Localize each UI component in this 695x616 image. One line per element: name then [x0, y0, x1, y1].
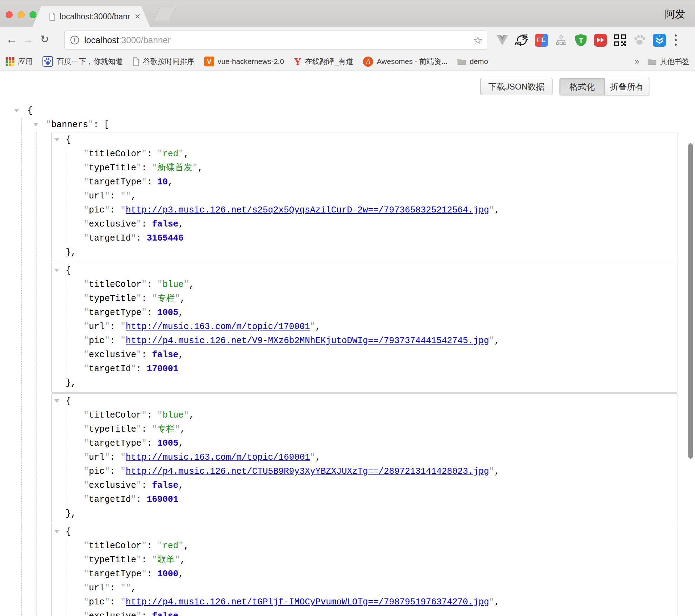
page-info-icon[interactable] — [70, 35, 80, 45]
json-colon: : — [147, 438, 157, 448]
collapse-triangle[interactable] — [54, 269, 59, 272]
json-quote: " — [131, 364, 136, 374]
tampermonkey-extension-icon[interactable]: T — [574, 34, 587, 47]
bookmark-baidu[interactable]: 百度一下，你就知道 — [42, 56, 123, 67]
json-brace: { — [66, 396, 71, 406]
json-number-value: 10 — [157, 177, 168, 187]
json-string-value: 专栏 — [157, 424, 175, 434]
bookmarks-bar: 应用 百度一下，你就知道 谷歌按时间排序 V vue-hackernews-2.… — [0, 53, 695, 71]
json-link[interactable]: http://p3.music.126.net/s25q2x5QyqsAzilC… — [126, 205, 489, 215]
json-link[interactable]: http://p4.music.126.net/tGPljf-IMOCyPvum… — [126, 597, 489, 607]
zoom-window-button[interactable] — [29, 11, 37, 18]
minimize-window-button[interactable] — [18, 11, 25, 18]
url-text[interactable]: localhost:3000/banner — [84, 35, 171, 45]
json-object-close-row: }, — [52, 245, 677, 260]
json-quote: " — [141, 308, 147, 318]
json-quote: " — [105, 597, 110, 607]
json-field-row: "url": "http://music.163.com/m/topic/169… — [65, 451, 677, 465]
json-key: pic — [89, 336, 105, 346]
json-key: typeTitle — [89, 294, 136, 304]
json-brace: { — [66, 266, 71, 276]
json-quote: " — [489, 336, 494, 346]
json-colon: : — [110, 452, 120, 463]
browser-tab[interactable]: localhost:3000/banner × — [32, 6, 150, 27]
json-quote: " — [152, 424, 157, 434]
json-quote: " — [120, 583, 126, 593]
json-link[interactable]: http://music.163.com/m/topic/170001 — [126, 322, 310, 332]
json-quote: " — [184, 410, 189, 420]
json-comma: , — [131, 191, 136, 201]
back-button[interactable]: ← — [4, 32, 19, 47]
close-window-button[interactable] — [6, 11, 13, 18]
json-field-row: "titleColor": "blue", — [65, 278, 677, 292]
json-quote: " — [84, 336, 89, 346]
json-quote: " — [105, 336, 110, 346]
json-colon: : — [147, 308, 157, 318]
new-tab-button[interactable] — [153, 8, 176, 20]
json-string-value: red — [163, 541, 178, 551]
bookmark-awesomes[interactable]: A Awesomes - 前端资... — [363, 57, 448, 67]
json-quote: " — [152, 294, 157, 304]
translate-source-glyph: en — [515, 40, 522, 47]
sitemap-extension-icon[interactable] — [555, 34, 568, 47]
json-link[interactable]: http://p4.music.126.net/V9-MXz6b2MNhEKju… — [126, 336, 489, 346]
collapse-triangle[interactable] — [54, 138, 59, 142]
tab-close-icon[interactable]: × — [135, 12, 140, 21]
collapse-triangle[interactable] — [54, 399, 59, 403]
scrollbar-thumb[interactable] — [688, 143, 693, 459]
video-fastforward-extension-icon[interactable] — [594, 34, 607, 47]
json-string-value: blue — [163, 280, 184, 290]
json-field-row: "targetType": 10, — [65, 175, 677, 189]
collapse-all-button[interactable]: 折叠所有 — [604, 78, 649, 95]
vue-v-icon: V — [204, 57, 214, 66]
json-key: pic — [89, 466, 105, 477]
json-key: exclusive — [89, 611, 136, 616]
json-quote: " — [84, 494, 89, 505]
json-brace: }, — [66, 378, 76, 388]
browser-menu-icon[interactable] — [675, 34, 677, 46]
json-field-row: "exclusive": false, — [65, 609, 677, 616]
bookmark-apps[interactable]: 应用 — [6, 57, 33, 66]
json-quote: " — [157, 410, 163, 420]
apps-grid-icon — [6, 57, 14, 66]
bookmark-google-sort[interactable]: 谷歌按时间排序 — [133, 57, 194, 66]
collapse-triangle[interactable] — [33, 123, 38, 126]
bookmark-folder-demo[interactable]: demo — [457, 57, 488, 66]
other-bookmarks-folder[interactable]: 其他书签 — [648, 57, 689, 66]
json-quote: " — [152, 555, 157, 565]
bookmarks-overflow-chevron[interactable]: » — [635, 57, 639, 66]
reload-button[interactable]: ↻ — [37, 32, 52, 47]
extension-icons-row: 英 en FE T — [496, 31, 677, 50]
fehelper-extension-icon[interactable]: FE — [535, 34, 548, 47]
json-link[interactable]: http://p4.music.126.net/CTU5B9R9y3XyYBZX… — [126, 466, 489, 477]
json-quote: " — [141, 569, 147, 579]
vue-devtools-extension-icon[interactable] — [496, 34, 509, 47]
bookmark-vue-hackernews[interactable]: V vue-hackernews-2.0 — [204, 57, 284, 66]
json-number-value: 3165446 — [147, 233, 184, 243]
json-quote: " — [136, 480, 141, 491]
bookmark-label: 在线翻译_有道 — [305, 57, 353, 66]
json-colon: : — [141, 163, 152, 173]
json-field-row: "url": "http://music.163.com/m/topic/170… — [65, 320, 677, 334]
json-quote: " — [136, 350, 141, 360]
translate-extension-icon[interactable]: 英 en — [515, 34, 528, 47]
json-field-row: "titleColor": "red", — [65, 539, 677, 553]
address-bar[interactable]: localhost:3000/banner ☆ — [64, 31, 488, 50]
bookmark-youdao-translate[interactable]: Y 在线翻译_有道 — [294, 55, 353, 67]
forward-button[interactable]: → — [20, 32, 35, 47]
format-button[interactable]: 格式化 — [560, 78, 604, 95]
json-key: typeTitle — [89, 555, 136, 565]
download-json-button[interactable]: 下载JSON数据 — [480, 78, 552, 95]
json-quote: " — [84, 350, 89, 360]
json-quote: " — [141, 438, 147, 448]
downloader-extension-icon[interactable] — [653, 34, 666, 47]
qr-code-extension-icon[interactable] — [614, 34, 627, 47]
collapse-triangle[interactable] — [54, 530, 59, 533]
json-string-value: blue — [163, 410, 184, 420]
json-quote: " — [136, 294, 141, 304]
bookmark-star-icon[interactable]: ☆ — [473, 34, 483, 46]
json-link[interactable]: http://music.163.com/m/topic/169001 — [126, 452, 310, 463]
paw-extension-icon[interactable] — [633, 34, 646, 47]
json-colon: : — [147, 280, 157, 290]
collapse-triangle[interactable] — [14, 109, 19, 112]
